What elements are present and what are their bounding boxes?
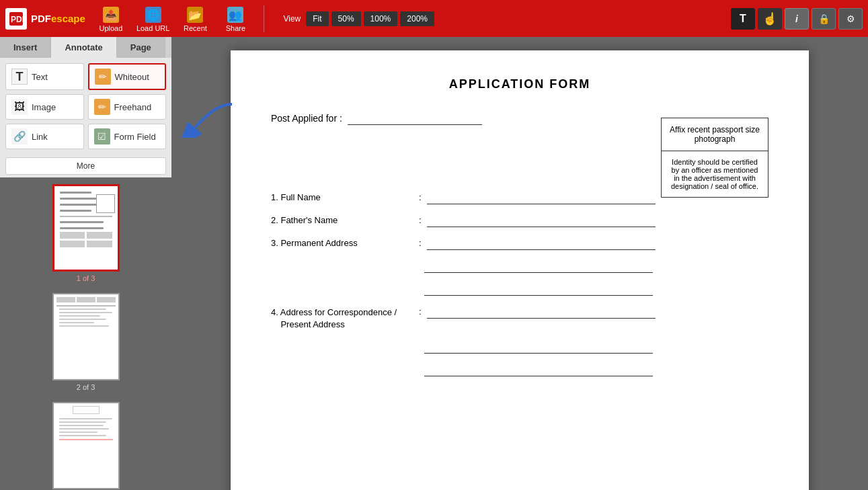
more-button[interactable]: More [5, 157, 166, 175]
main-area: Insert Annotate Page T Text ✏ Whiteout 🖼… [0, 37, 868, 490]
zoom-100-button[interactable]: 100% [364, 11, 398, 26]
left-panel: Insert Annotate Page T Text ✏ Whiteout 🖼… [0, 37, 171, 490]
thumb-label-1: 1 of 3 [77, 274, 95, 282]
settings-button[interactable]: ⚙ [838, 8, 863, 30]
form-field-button[interactable]: ☑ Form Field [88, 124, 167, 149]
svg-text:👥: 👥 [229, 9, 242, 22]
whiteout-button[interactable]: ✏ Whiteout [88, 63, 167, 90]
text-annotate-button[interactable]: T Text [5, 63, 84, 90]
load-url-button[interactable]: 🌐 Load URL [136, 5, 170, 32]
app-logo: PDF PDFescape [5, 8, 85, 30]
recent-button[interactable]: 📂 Recent [180, 5, 210, 32]
full-name-line [427, 192, 656, 204]
svg-text:📤: 📤 [104, 9, 118, 22]
correspondence-extra-line-1 [424, 341, 653, 354]
thumbnail-2[interactable]: 2 of 3 [52, 293, 120, 391]
father-name-label: 2. Father's Name [271, 215, 419, 225]
thumbnail-1[interactable]: 1 of 3 [52, 184, 120, 282]
passport-bottom-text: Identity should be certified by an offic… [662, 151, 768, 197]
link-icon: 🔗 [11, 128, 28, 145]
freehand-button[interactable]: ✏ Freehand [88, 94, 167, 120]
thumb-frame-3 [52, 402, 120, 489]
link-button[interactable]: 🔗 Link [5, 124, 84, 149]
father-name-line [427, 215, 656, 227]
permanent-address-line [427, 238, 656, 250]
permanent-address-label: 3. Permanent Address [271, 238, 419, 248]
image-button[interactable]: 🖼 Image [5, 94, 84, 120]
permanent-address-row: 3. Permanent Address : [271, 238, 768, 250]
svg-text:PDF: PDF [11, 15, 24, 24]
zoom-50-button[interactable]: 50% [331, 11, 361, 26]
correspondence-row: 4. Address for Correspondence / Present … [271, 307, 768, 331]
permanent-address-extra-line-2 [424, 284, 653, 296]
fit-button[interactable]: Fit [306, 11, 328, 26]
zoom-200-button[interactable]: 200% [400, 11, 434, 26]
lock-button[interactable]: 🔒 [812, 8, 836, 30]
whiteout-label: Whiteout [115, 72, 149, 82]
post-applied-label: Post Applied for : [271, 113, 342, 124]
pdf-page: APPLICATION FORM Post Applied for : Affi… [231, 50, 809, 490]
tab-annotate[interactable]: Annotate [51, 37, 116, 58]
image-label: Image [32, 102, 56, 112]
view-controls: View Fit 50% 100% 200% [283, 11, 434, 26]
passport-top-text: Affix recent passport size photograph [662, 118, 768, 151]
logo-text: PDFescape [31, 13, 85, 24]
form-field-icon: ☑ [94, 128, 110, 145]
annotate-panel: T Text ✏ Whiteout 🖼 Image ✏ Freehand [0, 58, 171, 155]
link-label: Link [32, 132, 48, 142]
freehand-label: Freehand [114, 102, 152, 112]
upload-button[interactable]: 📤 Upload [96, 5, 126, 32]
toolbar-separator [264, 5, 264, 32]
right-tools: T ☝ i 🔒 ⚙ [731, 8, 863, 30]
top-toolbar: PDF PDFescape 📤 Upload 🌐 Load URL 📂 [0, 0, 868, 37]
full-name-label: 1. Full Name [271, 192, 419, 202]
permanent-address-colon: : [419, 238, 422, 248]
svg-text:📂: 📂 [188, 9, 202, 22]
thumbnails-panel: 1 of 3 [0, 177, 171, 490]
post-applied-line [348, 112, 482, 125]
tab-insert[interactable]: Insert [0, 37, 51, 58]
load-url-icon: 🌐 [143, 5, 163, 24]
correspondence-line [427, 307, 656, 319]
passport-box: Affix recent passport size photograph Id… [661, 118, 768, 198]
correspondence-extra-line-2 [424, 364, 653, 376]
freehand-icon: ✏ [94, 99, 110, 115]
logo-icon: PDF [5, 8, 27, 30]
father-name-colon: : [419, 215, 422, 225]
image-icon: 🖼 [11, 99, 28, 115]
thumb-frame-2 [52, 293, 120, 380]
tab-bar: Insert Annotate Page [0, 37, 171, 58]
upload-icon: 📤 [101, 5, 121, 24]
text-annotate-label: Text [32, 72, 48, 82]
hand-tool[interactable]: ☝ [758, 8, 782, 30]
svg-text:🌐: 🌐 [147, 9, 160, 22]
correspondence-label: 4. Address for Correspondence / Present … [271, 307, 419, 331]
recent-icon: 📂 [185, 5, 205, 24]
thumb-label-2: 2 of 3 [77, 383, 95, 391]
tab-page[interactable]: Page [117, 37, 165, 58]
correspondence-colon: : [419, 307, 422, 317]
form-field-label: Form Field [114, 132, 156, 142]
full-name-colon: : [419, 192, 422, 202]
whiteout-icon: ✏ [95, 69, 111, 85]
view-label: View [283, 14, 301, 24]
father-name-row: 2. Father's Name : [271, 215, 768, 227]
text-annotate-icon: T [11, 69, 28, 85]
form-title: APPLICATION FORM [271, 77, 768, 91]
content-area: APPLICATION FORM Post Applied for : Affi… [171, 37, 868, 490]
share-icon: 👥 [225, 5, 245, 24]
text-cursor-tool[interactable]: T [731, 8, 755, 30]
permanent-address-extra-line-1 [424, 261, 653, 273]
share-button[interactable]: 👥 Share [221, 5, 250, 32]
thumb-frame-1 [52, 184, 120, 272]
thumbnail-3[interactable]: 3 of 3 [52, 402, 120, 490]
info-button[interactable]: i [785, 8, 809, 30]
